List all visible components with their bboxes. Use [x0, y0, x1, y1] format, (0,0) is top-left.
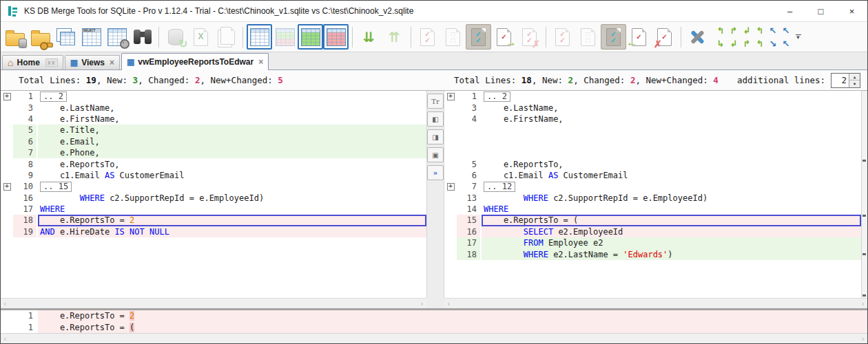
code-line[interactable]: 17WHERE [1, 204, 426, 215]
right-horizontal-scrollbar[interactable]: ‹ › [444, 298, 867, 308]
collapsed-lines-box[interactable]: .. 2 [40, 92, 67, 102]
collapsed-lines-box[interactable]: .. 2 [484, 92, 510, 102]
cancel-right-button[interactable]: ✓✗ [652, 24, 677, 50]
insert-line-button[interactable]: ▣ [427, 147, 444, 162]
code-line[interactable]: 10.. 15 [1, 181, 426, 192]
code-line[interactable]: 6 e.Email, [1, 136, 426, 147]
code-line[interactable]: 7 e.Phone, [1, 147, 426, 158]
expand-all-button[interactable]: » [427, 165, 444, 180]
expand-icon[interactable] [447, 183, 455, 191]
diff-options-button[interactable] [104, 24, 130, 50]
tab-home[interactable]: ⌂Homexx [2, 55, 63, 69]
nav-turn-down-left-2-icon[interactable]: ↲ [727, 37, 740, 50]
code-line[interactable]: 4 e.FirstName, [444, 114, 861, 125]
code-line[interactable]: 16 SELECT e2.EmployeeId [444, 226, 861, 237]
copy-line-to-left-button[interactable]: ◧ [427, 111, 444, 127]
spinner-down-icon[interactable]: ▼ [849, 80, 860, 87]
code-token: c2.SupportRepId = e.EmployeeId) [548, 193, 707, 203]
code-line[interactable]: 1.. 2 [1, 91, 426, 102]
code-line[interactable]: 3 e.LastName, [444, 102, 861, 113]
next-change-button[interactable]: ⇊ [356, 24, 382, 50]
font-settings-button[interactable]: Tr [427, 94, 444, 109]
apply-selected-right-button[interactable]: ✓→ [491, 24, 517, 50]
bottom-horizontal-scrollbar[interactable]: ‹ › [1, 333, 867, 343]
toolbar-separator [242, 27, 243, 47]
show-new-lines-button[interactable] [298, 24, 323, 50]
open-database-key-button[interactable] [28, 24, 53, 50]
nav-diag-up-left-1-icon[interactable]: ↖ [767, 24, 779, 36]
open-database-button[interactable] [2, 24, 28, 50]
scroll-left-icon[interactable]: ‹ [3, 300, 6, 308]
code-line[interactable]: 1.. 2 [444, 91, 861, 102]
code-line[interactable]: 18 WHERE e2.LastName = 'Edwards') [444, 248, 861, 259]
code-line[interactable]: 3 e.LastName, [1, 102, 426, 113]
collapsed-lines-box[interactable]: .. 15 [40, 182, 72, 192]
code-line[interactable]: 9 c1.Email AS CustomerEmail [1, 170, 426, 181]
maximize-button[interactable]: □ [805, 1, 836, 21]
nav-diag-up-left-3-icon[interactable]: ↖ [780, 37, 792, 50]
code-line[interactable]: 18 e.ReportsTo = 2 [1, 215, 426, 226]
expand-icon[interactable] [447, 93, 455, 100]
code-line[interactable]: 5 e.ReportsTo, [444, 158, 861, 169]
code-line[interactable]: 1 e.ReportsTo = 2 [1, 310, 867, 321]
toolbar-overflow-button[interactable]: ▼ [794, 25, 803, 50]
vertical-scrollbar[interactable] [861, 91, 867, 298]
additional-lines-value[interactable]: 2 [831, 74, 849, 87]
nav-turn-down-right-1-icon[interactable]: ↳ [714, 37, 727, 50]
check-changed-left-button[interactable]: ✓ ✓ [466, 24, 491, 50]
copy-line-to-right-button[interactable]: ◨ [427, 129, 444, 144]
scroll-left-icon[interactable]: ‹ [3, 335, 6, 343]
main-toolbar: SELECTX⇊⇈✓ ✓□ □✓ ✓✓→✓ ✓✗✓ ✓□ □✓ ✓✓←✓✗↰↱↲… [1, 21, 867, 52]
minimize-button[interactable]: – [774, 1, 805, 21]
code-line[interactable]: 14WHERE [444, 204, 861, 215]
nav-turn-up-right-1-icon[interactable]: ↱ [727, 24, 740, 36]
left-horizontal-scrollbar[interactable]: ‹ › [1, 298, 426, 308]
code-line[interactable]: 16 WHERE c2.SupportRepId = e.EmployeeId) [1, 193, 426, 204]
additional-lines-spinner[interactable]: 2 ▲ ▼ [831, 73, 860, 88]
code-line[interactable]: 17 FROM Employee e2 [444, 237, 861, 248]
check-changed-right-button[interactable]: ✓ ✓ [601, 24, 626, 50]
code-line[interactable]: 4 e.FirstName, [1, 114, 426, 125]
scroll-right-icon[interactable]: › [421, 300, 424, 308]
nav-diag-up-left-2-icon[interactable]: ↖ [780, 24, 792, 36]
scroll-left-icon[interactable]: ‹ [447, 300, 450, 308]
scroll-right-icon[interactable]: › [862, 300, 865, 308]
nav-turn-down-left-1-icon[interactable]: ↲ [741, 24, 753, 36]
nav-turn-up-left-2-icon[interactable]: ↰ [754, 24, 766, 36]
left-code-panel[interactable]: 1.. 23 e.LastName,4 e.FirstName,5 e.Titl… [1, 91, 426, 298]
code-line[interactable]: 5 e.Title, [1, 125, 426, 136]
close-button[interactable]: × [836, 1, 867, 21]
nav-turn-up-left-3-icon[interactable]: ↰ [754, 37, 766, 50]
code-line[interactable]: 13 WHERE c2.SupportRepId = e.EmployeeId) [444, 193, 861, 204]
collapsed-lines-box[interactable]: .. 12 [484, 182, 515, 192]
tab-label: Home [17, 58, 39, 67]
code-line[interactable]: 7.. 12 [444, 181, 861, 192]
apply-selected-left-button[interactable]: ✓← [626, 24, 652, 50]
nav-turn-up-right-2-icon[interactable]: ↱ [741, 37, 753, 50]
tools-button[interactable] [685, 24, 710, 50]
nav-turn-up-left-1-icon[interactable]: ↰ [714, 24, 727, 36]
data-diff-button[interactable]: SELECT [79, 24, 104, 50]
tab-close-icon[interactable]: × [110, 58, 114, 67]
show-changed-lines-button[interactable] [323, 24, 349, 50]
show-all-lines-button[interactable] [247, 24, 272, 50]
code-line[interactable]: 6 c1.Email AS CustomerEmail [444, 170, 861, 181]
search-button[interactable] [130, 24, 155, 50]
code-line[interactable]: 8 e.ReportsTo, [1, 158, 426, 169]
schema-diff-button[interactable] [53, 24, 79, 50]
code-token: c1.Email [40, 171, 105, 180]
right-code-panel[interactable]: 1.. 23 e.LastName,4 e.FirstName,5 e.Repo… [444, 91, 861, 298]
code-line[interactable]: 15 e.ReportsTo = ( [444, 215, 861, 226]
expand-icon[interactable] [3, 93, 11, 100]
tab-vwemployeereportstoedwar[interactable]: ▦vwEmployeeReportsToEdwar× [121, 53, 269, 70]
nav-diag-down-right-1-icon[interactable]: ↘ [767, 37, 779, 50]
tab-views[interactable]: ▦Views× [65, 55, 120, 69]
code-token: ) [668, 250, 672, 259]
tab-close-icon[interactable]: × [258, 58, 263, 66]
expand-icon[interactable] [3, 183, 11, 191]
code-line[interactable]: 1 e.ReportsTo = ( [1, 321, 867, 332]
grid-pink-icon [327, 28, 346, 46]
spinner-up-icon[interactable]: ▲ [849, 74, 860, 81]
code-line[interactable]: 19AND e.HireDate IS NOT NULL [1, 226, 426, 237]
scroll-right-icon[interactable]: › [862, 335, 865, 343]
